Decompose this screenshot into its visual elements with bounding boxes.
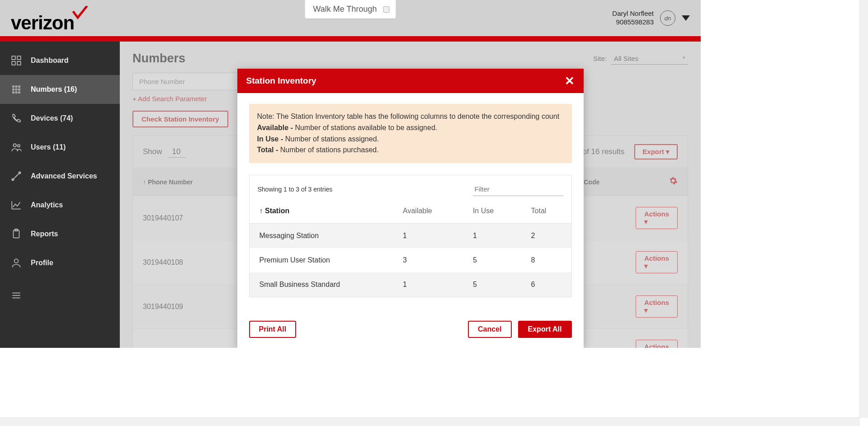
- walk-me-label: Walk Me Through: [313, 5, 377, 14]
- sidebar-item-label: Analytics: [31, 201, 63, 209]
- sidebar-item-dashboard[interactable]: Dashboard: [0, 46, 120, 75]
- close-icon[interactable]: ✕: [565, 75, 575, 87]
- cell-station: Small Business Standard: [250, 272, 393, 297]
- person-icon: [10, 257, 23, 269]
- svg-point-9: [19, 89, 20, 90]
- user-id: 9085598283: [612, 18, 654, 27]
- inventory-row: Messaging Station 1 1 2: [250, 224, 571, 248]
- walk-me-through-dropdown[interactable]: Walk Me Through ⌄: [304, 0, 396, 19]
- svg-point-6: [19, 86, 20, 87]
- chart-icon: [10, 199, 23, 211]
- brand-logo: verizon: [11, 2, 88, 34]
- user-info: Daryl Norfleet 9085598283: [612, 9, 654, 27]
- svg-point-7: [13, 89, 14, 90]
- tools-icon: [10, 170, 23, 183]
- inventory-row: Small Business Standard 1 5 6: [250, 272, 571, 297]
- svg-rect-0: [12, 56, 15, 60]
- dialpad-icon: [10, 83, 23, 96]
- cell-station: Messaging Station: [250, 224, 393, 248]
- col-station[interactable]: Station: [250, 199, 393, 224]
- cancel-button[interactable]: Cancel: [468, 321, 511, 338]
- svg-point-19: [14, 259, 19, 263]
- cell-total: 6: [521, 272, 571, 297]
- station-inventory-modal: Station Inventory ✕ Note: The Station In…: [237, 69, 584, 348]
- note-available-label: Available -: [257, 124, 293, 131]
- cell-available: 1: [393, 272, 463, 297]
- sidebar-item-label: Devices (74): [31, 114, 73, 122]
- main-content: Numbers Site: All Sites Phone Number + A…: [120, 42, 701, 348]
- svg-point-11: [15, 92, 17, 93]
- avatar: dn: [660, 10, 675, 26]
- svg-point-13: [14, 144, 17, 147]
- sidebar-collapse-toggle[interactable]: [0, 277, 120, 310]
- inventory-row: Premium User Station 3 5 8: [250, 248, 571, 272]
- users-icon: [10, 141, 23, 154]
- note-inuse-label: In Use -: [257, 135, 283, 143]
- user-name: Daryl Norfleet: [612, 9, 654, 18]
- sidebar-item-label: Profile: [31, 259, 53, 267]
- sidebar-item-analytics[interactable]: Analytics: [0, 191, 120, 220]
- inventory-entries-summary: Showing 1 to 3 of 3 entries: [258, 186, 333, 193]
- note-available-text: Number of stations available to be assig…: [295, 124, 437, 131]
- sidebar-item-numbers[interactable]: Numbers (16): [0, 75, 120, 104]
- brand-checkmark-icon: [72, 2, 88, 24]
- clipboard-icon: [10, 228, 23, 240]
- cell-total: 8: [521, 248, 571, 272]
- sidebar-item-label: Dashboard: [31, 56, 69, 65]
- cell-total: 2: [521, 224, 571, 248]
- cell-in-use: 5: [463, 272, 521, 297]
- sidebar-item-advanced-services[interactable]: Advanced Services: [0, 162, 120, 191]
- cell-in-use: 5: [463, 248, 521, 272]
- cell-available: 1: [393, 224, 463, 248]
- sidebar-item-profile[interactable]: Profile: [0, 248, 120, 277]
- caret-down-icon: [682, 15, 690, 21]
- red-ribbon: [0, 36, 701, 42]
- sidebar-item-label: Users (11): [31, 143, 66, 151]
- inventory-table: Station Available In Use Total Messaging…: [250, 199, 571, 297]
- cell-in-use: 1: [463, 224, 521, 248]
- col-available[interactable]: Available: [393, 199, 463, 224]
- svg-point-14: [18, 145, 20, 147]
- col-in-use[interactable]: In Use: [463, 199, 521, 224]
- cell-station: Premium User Station: [250, 248, 393, 272]
- sidebar-item-devices[interactable]: Devices (74): [0, 104, 120, 133]
- note-inuse-text: Number of stations assigned.: [285, 135, 379, 143]
- svg-point-8: [15, 89, 17, 90]
- export-all-button[interactable]: Export All: [518, 321, 572, 338]
- modal-overlay: Station Inventory ✕ Note: The Station In…: [120, 42, 701, 348]
- sidebar-item-label: Advanced Services: [31, 172, 97, 180]
- sidebar-item-label: Numbers (16): [31, 85, 77, 94]
- modal-header: Station Inventory ✕: [237, 69, 584, 93]
- svg-point-12: [19, 92, 20, 93]
- chevron-down-icon: ⌄: [385, 6, 391, 13]
- inventory-filter-input[interactable]: [473, 183, 563, 196]
- print-all-button[interactable]: Print All: [249, 321, 297, 338]
- note-total-label: Total -: [257, 146, 278, 154]
- sidebar-item-reports[interactable]: Reports: [0, 220, 120, 248]
- cell-available: 3: [393, 248, 463, 272]
- info-note: Note: The Station Inventory table has th…: [249, 104, 572, 163]
- col-total[interactable]: Total: [521, 199, 571, 224]
- sidebar-item-users[interactable]: Users (11): [0, 133, 120, 162]
- modal-title: Station Inventory: [246, 76, 316, 86]
- note-intro: Note: The Station Inventory table has th…: [257, 111, 564, 122]
- svg-point-5: [15, 86, 17, 87]
- top-header: verizon Walk Me Through ⌄ Daryl Norfleet…: [0, 0, 701, 36]
- modal-footer: Print All Cancel Export All: [237, 314, 584, 348]
- sidebar-item-label: Reports: [31, 230, 58, 238]
- svg-rect-3: [17, 61, 21, 65]
- svg-point-4: [13, 86, 14, 87]
- sidebar: Dashboard Numbers (16) Devices (74) User…: [0, 42, 120, 348]
- brand-text: verizon: [11, 12, 74, 34]
- inventory-panel: Showing 1 to 3 of 3 entries Station Avai…: [249, 175, 572, 297]
- menu-icon: [10, 289, 23, 302]
- phone-icon: [10, 112, 23, 125]
- grid-icon: [10, 54, 23, 67]
- svg-rect-1: [17, 56, 21, 60]
- note-total-text: Number of stations purchased.: [280, 146, 379, 154]
- svg-point-10: [13, 92, 14, 93]
- user-menu[interactable]: Daryl Norfleet 9085598283 dn: [612, 9, 690, 27]
- svg-rect-2: [12, 61, 15, 65]
